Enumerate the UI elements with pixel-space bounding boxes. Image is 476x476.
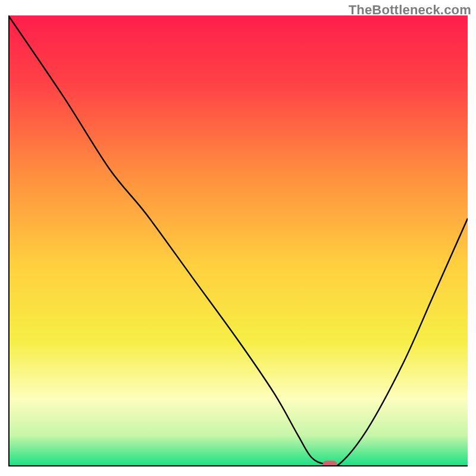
- watermark-label: TheBottleneck.com: [349, 2, 471, 18]
- chart-container: TheBottleneck.com: [0, 0, 476, 476]
- chart-background: [8, 15, 468, 466]
- chart-svg: [8, 15, 468, 466]
